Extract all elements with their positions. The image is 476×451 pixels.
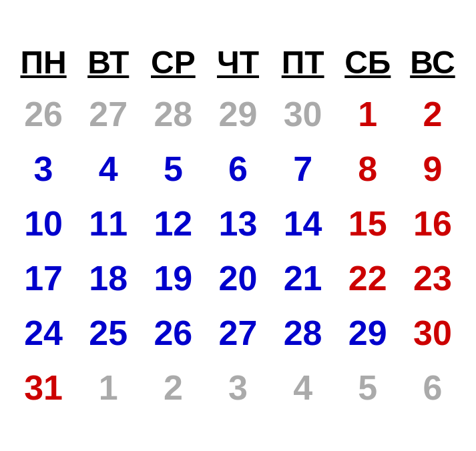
day-cell-r5-c6[interactable]: 6 <box>400 364 465 412</box>
day-cell-r0-c6[interactable]: 2 <box>400 90 465 138</box>
day-cell-r5-c1[interactable]: 1 <box>76 364 141 412</box>
calendar: ПНВТСРЧТПТСБВС26272829301234567891011121… <box>5 33 472 418</box>
day-cell-r5-c0[interactable]: 31 <box>11 364 76 412</box>
day-cell-r4-c6[interactable]: 30 <box>400 309 465 357</box>
day-cell-r3-c4[interactable]: 21 <box>270 254 335 302</box>
header-sun: ВС <box>400 40 465 83</box>
header-thu: ЧТ <box>206 40 270 83</box>
day-cell-r2-c0[interactable]: 10 <box>11 199 76 248</box>
day-cell-r0-c4[interactable]: 30 <box>270 90 335 138</box>
day-cell-r2-c6[interactable]: 16 <box>400 199 465 248</box>
day-cell-r4-c0[interactable]: 24 <box>11 309 76 357</box>
day-cell-r1-c5[interactable]: 8 <box>335 145 400 193</box>
day-cell-r4-c1[interactable]: 25 <box>76 309 141 357</box>
day-cell-r5-c4[interactable]: 4 <box>270 364 335 412</box>
day-cell-r4-c4[interactable]: 28 <box>270 309 335 357</box>
day-cell-r2-c1[interactable]: 11 <box>76 199 141 248</box>
day-cell-r2-c3[interactable]: 13 <box>206 199 270 248</box>
day-cell-r0-c3[interactable]: 29 <box>206 90 270 138</box>
day-cell-r2-c2[interactable]: 12 <box>141 199 206 248</box>
day-cell-r0-c2[interactable]: 28 <box>141 90 206 138</box>
day-cell-r0-c1[interactable]: 27 <box>76 90 141 138</box>
day-cell-r3-c2[interactable]: 19 <box>141 254 206 302</box>
header-sat: СБ <box>335 40 400 83</box>
day-cell-r4-c3[interactable]: 27 <box>206 309 270 357</box>
day-cell-r1-c2[interactable]: 5 <box>141 145 206 193</box>
day-cell-r1-c4[interactable]: 7 <box>270 145 335 193</box>
day-cell-r3-c6[interactable]: 23 <box>400 254 465 302</box>
day-cell-r1-c1[interactable]: 4 <box>76 145 141 193</box>
day-cell-r1-c6[interactable]: 9 <box>400 145 465 193</box>
header-wed: СР <box>141 40 206 83</box>
day-cell-r4-c5[interactable]: 29 <box>335 309 400 357</box>
day-cell-r1-c3[interactable]: 6 <box>206 145 270 193</box>
day-cell-r4-c2[interactable]: 26 <box>141 309 206 357</box>
header-tue: ВТ <box>76 40 141 83</box>
day-cell-r5-c5[interactable]: 5 <box>335 364 400 412</box>
day-cell-r0-c0[interactable]: 26 <box>11 90 76 138</box>
day-cell-r1-c0[interactable]: 3 <box>11 145 76 193</box>
day-cell-r2-c5[interactable]: 15 <box>335 199 400 248</box>
day-cell-r3-c3[interactable]: 20 <box>206 254 270 302</box>
day-cell-r3-c1[interactable]: 18 <box>76 254 141 302</box>
calendar-grid: ПНВТСРЧТПТСБВС26272829301234567891011121… <box>11 40 465 412</box>
day-cell-r5-c3[interactable]: 3 <box>206 364 270 412</box>
day-cell-r3-c0[interactable]: 17 <box>11 254 76 302</box>
day-cell-r3-c5[interactable]: 22 <box>335 254 400 302</box>
header-mon: ПН <box>11 40 76 83</box>
day-cell-r2-c4[interactable]: 14 <box>270 199 335 248</box>
day-cell-r0-c5[interactable]: 1 <box>335 90 400 138</box>
day-cell-r5-c2[interactable]: 2 <box>141 364 206 412</box>
header-fri: ПТ <box>270 40 335 83</box>
